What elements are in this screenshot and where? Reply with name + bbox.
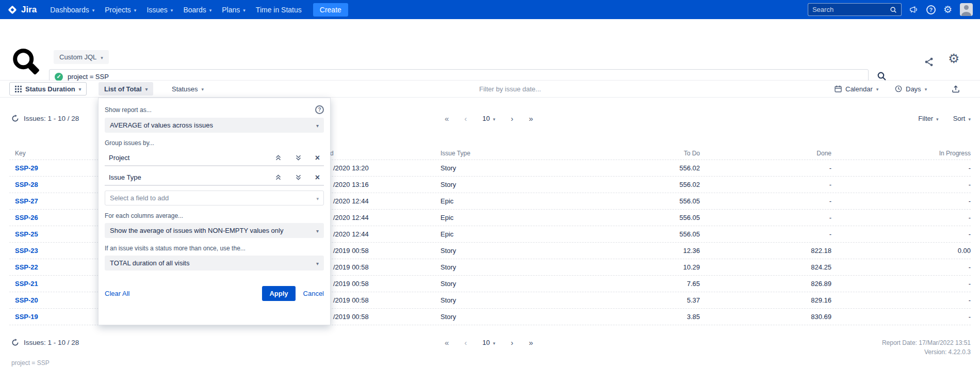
column-header-key[interactable]: Key	[15, 147, 26, 160]
issue-key-link[interactable]: SSP-28	[15, 177, 38, 193]
share-icon[interactable]	[924, 57, 934, 69]
cell-issue-type: Epic	[440, 193, 453, 210]
top-navbar: Jira Dashboards ▾ Projects ▾ Issues ▾ Bo…	[0, 0, 980, 19]
refresh-icon[interactable]	[11, 339, 19, 346]
remove-field-icon[interactable]: ×	[315, 173, 320, 182]
jql-query-text: project = SSP	[68, 73, 109, 81]
issue-key-link[interactable]: SSP-23	[15, 243, 38, 259]
filter-button[interactable]: Filter ▾	[918, 115, 938, 122]
page-size-select[interactable]: 10 ▾	[482, 339, 495, 346]
cell-issue-type: Story	[440, 309, 456, 325]
chevron-down-icon: ▾	[145, 86, 148, 92]
view-mode-button[interactable]: List of Total ▾	[99, 82, 153, 96]
time-units-button[interactable]: Days ▾	[893, 82, 929, 96]
page-last-button[interactable]: »	[529, 114, 533, 123]
cell-issue-type: Story	[440, 292, 456, 309]
report-type-button[interactable]: Status Duration ▾	[9, 82, 87, 96]
report-type-label: Status Duration	[25, 85, 75, 93]
statuses-button[interactable]: Statuses ▾	[168, 82, 208, 96]
refresh-icon[interactable]	[11, 115, 19, 122]
nav-item-plans[interactable]: Plans ▾	[217, 0, 251, 19]
version-text: Version: 4.22.0.3	[882, 347, 971, 357]
column-header-issue-type[interactable]: Issue Type	[440, 147, 470, 160]
chevron-down-icon: ▾	[493, 340, 496, 346]
move-up-icon[interactable]	[275, 174, 282, 181]
cell-in-progress: -	[969, 226, 971, 243]
remove-field-icon[interactable]: ×	[315, 154, 320, 162]
page-prev-button[interactable]: ‹	[464, 338, 467, 347]
column-header-done[interactable]: Done	[816, 147, 831, 160]
issue-key-link[interactable]: SSP-20	[15, 292, 38, 309]
page-last-button[interactable]: »	[529, 338, 533, 347]
cell-todo: 7.65	[687, 276, 700, 292]
chevron-down-icon: ▾	[316, 260, 319, 266]
issue-key-link[interactable]: SSP-26	[15, 210, 38, 226]
group-field-project: Project ×	[105, 150, 324, 166]
help-icon[interactable]: ?	[315, 105, 324, 114]
column-header-todo[interactable]: To Do	[684, 147, 700, 160]
issue-key-link[interactable]: SSP-29	[15, 160, 38, 177]
cell-in-progress: -	[969, 193, 971, 210]
page-first-button[interactable]: «	[445, 338, 449, 347]
column-header-in-progress[interactable]: In Progress	[939, 147, 971, 160]
sort-button[interactable]: Sort ▾	[953, 115, 971, 122]
issue-date-filter[interactable]: Filter by issue date...	[479, 81, 541, 98]
help-icon[interactable]: ?	[926, 5, 936, 14]
nav-item-issues[interactable]: Issues ▾	[141, 0, 178, 19]
announcements-megaphone-icon[interactable]	[909, 5, 919, 14]
cell-issue-type: Story	[440, 259, 456, 276]
avatar-body-shape	[961, 12, 971, 16]
columns-average-select[interactable]: Show the average of issues with NON-EMPT…	[105, 223, 324, 238]
report-as-select[interactable]: AVERAGE of values across issues ▾	[105, 118, 324, 133]
add-field-placeholder: Select a field to add	[110, 194, 169, 202]
move-down-icon[interactable]	[295, 174, 302, 181]
group-field-name: Project	[109, 154, 129, 162]
nav-item-boards[interactable]: Boards ▾	[178, 0, 217, 19]
page-next-button[interactable]: ›	[511, 338, 513, 347]
page-size-select[interactable]: 10 ▾	[482, 115, 495, 122]
clear-all-link[interactable]: Clear All	[105, 290, 129, 297]
apply-button[interactable]: Apply	[262, 286, 295, 301]
add-field-select[interactable]: Select a field to add ▾	[105, 190, 324, 205]
chevron-down-icon: ▾	[316, 195, 319, 201]
jira-logo[interactable]: Jira	[7, 5, 37, 15]
issue-key-link[interactable]: SSP-25	[15, 226, 38, 243]
calendar-button[interactable]: Calendar ▾	[832, 82, 880, 96]
custom-jql-dropdown-button[interactable]: Custom JQL ▾	[54, 50, 109, 64]
gear-icon[interactable]: ⚙	[943, 5, 952, 14]
grid-icon	[15, 86, 22, 92]
chevron-down-icon: ▾	[493, 116, 496, 122]
page-first-button[interactable]: «	[445, 114, 449, 123]
cell-done: 830.69	[811, 309, 831, 325]
cell-done: -	[829, 226, 831, 243]
create-button[interactable]: Create	[313, 3, 348, 17]
move-down-icon[interactable]	[295, 154, 302, 161]
cell-todo: 556.02	[679, 160, 700, 177]
filter-label: Filter	[918, 115, 933, 122]
chevron-down-icon: ▾	[876, 86, 879, 92]
export-icon[interactable]	[952, 85, 960, 96]
cancel-link[interactable]: Cancel	[303, 290, 324, 297]
cell-issue-type: Story	[440, 160, 456, 177]
nav-item-projects[interactable]: Projects ▾	[100, 0, 141, 19]
issue-key-link[interactable]: SSP-22	[15, 259, 38, 276]
pagination-top: « ‹ 10 ▾ › »	[445, 114, 533, 123]
move-up-icon[interactable]	[275, 154, 282, 161]
issue-key-link[interactable]: SSP-27	[15, 193, 38, 210]
cell-in-progress: -	[969, 292, 971, 309]
multiple-visits-select[interactable]: TOTAL duration of all visits ▾	[105, 256, 324, 271]
user-avatar[interactable]	[960, 3, 973, 16]
cell-done: -	[829, 210, 831, 226]
view-mode-label: List of Total	[104, 85, 142, 93]
navbar-search-input[interactable]	[812, 6, 890, 13]
settings-gear-icon[interactable]: ⚙	[948, 52, 959, 65]
nav-item-dashboards[interactable]: Dashboards ▾	[45, 0, 100, 19]
page-next-button[interactable]: ›	[511, 114, 513, 123]
page-prev-button[interactable]: ‹	[464, 114, 467, 123]
issue-key-link[interactable]: SSP-19	[15, 309, 38, 325]
nav-item-label: Time in Status	[256, 6, 302, 14]
issue-key-link[interactable]: SSP-21	[15, 276, 38, 292]
nav-item-time-in-status[interactable]: Time in Status	[251, 0, 307, 19]
cell-todo: 556.05	[679, 226, 700, 243]
time-units-label: Days	[906, 85, 921, 93]
